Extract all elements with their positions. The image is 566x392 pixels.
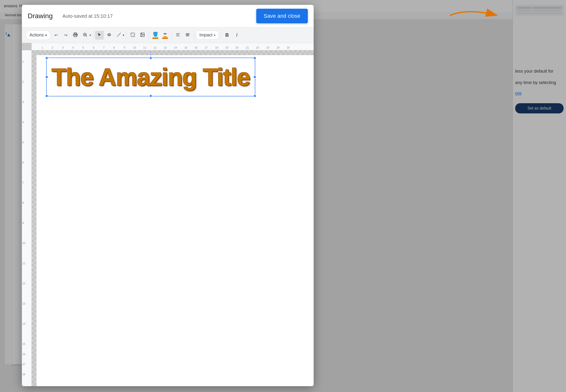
- ruler-mark-18: 18: [215, 46, 218, 49]
- ruler-mark-25: 25: [287, 46, 290, 49]
- ruler-mark-22: 22: [256, 46, 259, 49]
- left-ruler-mark-12: 12: [22, 282, 25, 285]
- ruler-mark-14: 14: [174, 46, 177, 49]
- divider-5: [194, 31, 194, 39]
- shape-outline-button[interactable]: [128, 31, 137, 40]
- stroke-icon: ✏: [164, 32, 167, 37]
- handle-bottom-middle[interactable]: [149, 95, 152, 98]
- ruler-mark-9: 9: [124, 46, 125, 49]
- ruler-mark-24: 24: [277, 46, 280, 49]
- title-text: The Amazing Title: [47, 58, 255, 96]
- svg-line-8: [131, 33, 135, 36]
- left-ruler-mark-5: 5: [22, 141, 24, 144]
- left-ruler-mark-6: 6: [22, 161, 24, 164]
- actions-button[interactable]: Actions ▾: [26, 30, 51, 40]
- divider-6: [221, 31, 221, 39]
- ruler-mark-13: 13: [164, 46, 167, 49]
- left-ruler-mark-16: 16: [22, 353, 25, 356]
- svg-point-10: [141, 33, 142, 34]
- left-ruler-mark-2: 2: [22, 80, 24, 83]
- more-icon: [185, 32, 190, 38]
- ruler-mark-20: 20: [235, 46, 238, 49]
- bold-button[interactable]: B: [223, 31, 231, 40]
- image-icon: [140, 32, 145, 38]
- left-ruler-mark-18: 18: [22, 373, 25, 376]
- print-button[interactable]: [71, 31, 80, 40]
- header-left: Drawing Auto-saved at 15:10:17: [28, 12, 113, 20]
- undo-icon: ↩: [54, 33, 58, 37]
- align-button[interactable]: [174, 31, 182, 40]
- drawing-canvas[interactable]: The Amazing Title: [32, 50, 314, 386]
- shape-outline-icon: [130, 32, 135, 38]
- svg-point-5: [108, 33, 111, 36]
- italic-button[interactable]: I: [232, 31, 241, 40]
- ruler-mark-6: 6: [93, 46, 94, 49]
- handle-top-right[interactable]: [253, 56, 256, 59]
- left-ruler-mark-3: 3: [22, 100, 24, 103]
- ruler-left: 1 2 3 4 5 6 7 8 9 10 11 12 13 14 15 16 1…: [22, 50, 32, 386]
- handle-bottom-left[interactable]: [45, 95, 48, 98]
- handle-top-left[interactable]: [45, 56, 48, 59]
- actions-chevron-icon: ▾: [45, 33, 47, 37]
- divider-3: [149, 31, 149, 39]
- ruler-mark-4: 4: [72, 46, 74, 49]
- handle-bottom-right[interactable]: [253, 95, 256, 98]
- divider-1: [93, 31, 93, 39]
- print-icon: [73, 32, 78, 38]
- line-chevron-icon: ▾: [123, 33, 124, 37]
- left-ruler-mark-4: 4: [22, 121, 24, 124]
- stroke-color-swatch: [162, 37, 168, 39]
- ruler-top: 1 2 3 4 5 6 7 8 9 10 11 12 13 14 15 16 1…: [32, 43, 314, 50]
- rotation-handle[interactable]: [149, 51, 152, 53]
- actions-label: Actions: [30, 33, 44, 38]
- white-canvas: [36, 55, 314, 386]
- redo-button[interactable]: ↪: [61, 31, 70, 40]
- ruler-mark-16: 16: [194, 46, 197, 49]
- zoom-button[interactable]: [81, 31, 89, 40]
- ruler-mark-23: 23: [266, 46, 269, 49]
- handle-top-middle[interactable]: [149, 56, 152, 59]
- zoom-chevron-icon: ▾: [89, 33, 91, 37]
- select-tool-button[interactable]: [95, 31, 104, 40]
- left-ruler-mark-14: 14: [22, 322, 25, 325]
- handle-middle-right[interactable]: [253, 76, 256, 78]
- left-ruler-mark-7: 7: [22, 181, 24, 184]
- ruler-mark-11: 11: [143, 46, 146, 49]
- image-tool-button[interactable]: [138, 31, 147, 40]
- ruler-mark-3: 3: [62, 46, 64, 49]
- left-ruler-mark-11: 11: [22, 262, 25, 265]
- save-close-button[interactable]: Save and close: [256, 9, 308, 23]
- line-icon: [117, 33, 121, 38]
- dialog-title: Drawing: [28, 12, 53, 20]
- left-ruler-mark-9: 9: [22, 222, 24, 224]
- align-icon: [176, 32, 180, 38]
- handle-middle-left[interactable]: [45, 76, 48, 78]
- ruler-mark-21: 21: [246, 46, 249, 49]
- ruler-mark-1: 1: [42, 46, 43, 49]
- svg-point-3: [76, 34, 77, 35]
- line-tool-button[interactable]: [115, 31, 123, 40]
- font-name: Impact: [199, 33, 212, 38]
- left-ruler-mark-10: 10: [22, 242, 25, 245]
- stroke-color-button[interactable]: ✏: [161, 31, 169, 40]
- ruler-mark-2: 2: [52, 46, 53, 49]
- ruler-mark-12: 12: [154, 46, 157, 49]
- undo-button[interactable]: ↩: [52, 31, 60, 40]
- zoom-icon: [83, 32, 88, 38]
- font-selector[interactable]: Impact ▾: [196, 31, 219, 39]
- more-options-button[interactable]: [183, 31, 192, 40]
- shape-icon: [107, 33, 111, 38]
- ruler-mark-5: 5: [82, 46, 84, 49]
- left-ruler-mark-13: 13: [22, 302, 25, 305]
- text-element[interactable]: The Amazing Title: [46, 57, 255, 97]
- divider-4: [171, 31, 172, 39]
- ruler-mark-8: 8: [113, 46, 115, 49]
- svg-rect-2: [74, 35, 76, 37]
- left-ruler-mark-1: 1: [22, 60, 24, 63]
- redo-icon: ↪: [64, 33, 67, 37]
- ruler-mark-15: 15: [184, 46, 187, 49]
- toolbar: Actions ▾ ↩ ↪: [22, 28, 314, 43]
- shape-tool-button[interactable]: [105, 31, 114, 40]
- ruler-mark-19: 19: [225, 46, 228, 49]
- fill-color-button[interactable]: 🪣: [151, 31, 160, 40]
